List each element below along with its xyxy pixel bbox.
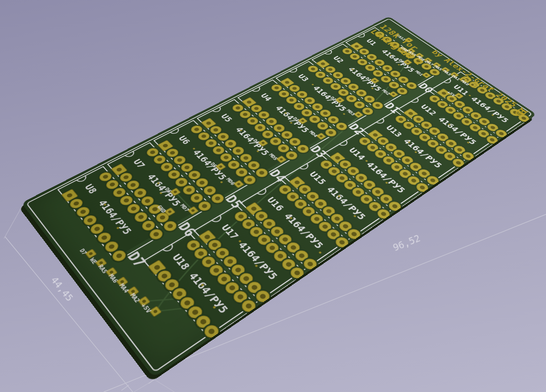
data-label-D7: D7 xyxy=(124,249,149,270)
dimension-extension xyxy=(4,205,23,239)
data-label-D0: D0 xyxy=(416,82,436,95)
data-label-D1: D1 xyxy=(382,101,402,115)
data-label-D5: D5 xyxy=(222,193,245,211)
data-label-D6: D6 xyxy=(175,220,199,239)
net-label-MA3: MA3 xyxy=(442,69,452,76)
dimension-width-label: 96,52 xyxy=(391,233,422,253)
dimension-extension xyxy=(155,380,174,392)
data-label-D3: D3 xyxy=(307,144,329,159)
data-label-D2: D2 xyxy=(346,122,367,137)
data-label-D4: D4 xyxy=(266,168,288,184)
dimension-height-label: 44,45 xyxy=(49,274,75,303)
pcb-3d-viewport[interactable]: 44,45 96,52 U14164/РУ5U24164/РУ5U34164/Р… xyxy=(0,0,546,392)
